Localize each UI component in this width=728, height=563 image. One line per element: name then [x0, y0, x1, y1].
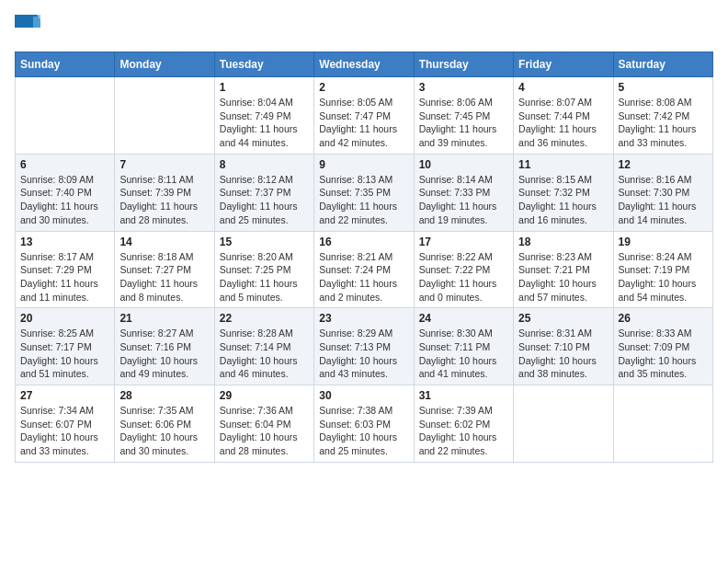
- calendar-cell: 24Sunrise: 8:30 AMSunset: 7:11 PMDayligh…: [414, 308, 513, 385]
- weekday-header-friday: Friday: [514, 52, 613, 77]
- day-number: 23: [319, 312, 408, 325]
- day-number: 15: [220, 236, 309, 248]
- day-info: Sunrise: 8:15 AMSunset: 7:32 PMDaylight:…: [518, 173, 608, 227]
- day-info: Sunrise: 8:31 AMSunset: 7:10 PMDaylight:…: [518, 327, 608, 381]
- day-number: 30: [319, 389, 408, 402]
- calendar-cell: 13Sunrise: 8:17 AMSunset: 7:29 PMDayligh…: [16, 231, 115, 308]
- day-info: Sunrise: 8:20 AMSunset: 7:25 PMDaylight:…: [220, 250, 309, 304]
- day-number: 7: [119, 158, 209, 171]
- calendar-cell: 25Sunrise: 8:31 AMSunset: 7:10 PMDayligh…: [514, 308, 613, 385]
- day-info: Sunrise: 8:07 AMSunset: 7:44 PMDaylight:…: [518, 96, 608, 150]
- logo: [15, 15, 42, 40]
- weekday-header-monday: Monday: [115, 52, 214, 77]
- calendar-cell: 3Sunrise: 8:06 AMSunset: 7:45 PMDaylight…: [414, 77, 513, 155]
- calendar-cell: 27Sunrise: 7:34 AMSunset: 6:07 PMDayligh…: [16, 385, 115, 463]
- day-info: Sunrise: 7:36 AMSunset: 6:04 PMDaylight:…: [220, 404, 309, 458]
- day-info: Sunrise: 8:16 AMSunset: 7:30 PMDaylight:…: [619, 173, 708, 227]
- calendar-cell: 11Sunrise: 8:15 AMSunset: 7:32 PMDayligh…: [514, 154, 613, 231]
- day-info: Sunrise: 8:23 AMSunset: 7:21 PMDaylight:…: [518, 250, 608, 304]
- calendar-cell: 31Sunrise: 7:39 AMSunset: 6:02 PMDayligh…: [414, 385, 513, 463]
- calendar-cell: 1Sunrise: 8:04 AMSunset: 7:49 PMDaylight…: [214, 77, 313, 155]
- day-number: 26: [619, 312, 708, 325]
- calendar-cell: 29Sunrise: 7:36 AMSunset: 6:04 PMDayligh…: [214, 385, 313, 463]
- calendar-cell: 5Sunrise: 8:08 AMSunset: 7:42 PMDaylight…: [613, 77, 712, 155]
- day-info: Sunrise: 8:17 AMSunset: 7:29 PMDaylight:…: [20, 250, 109, 304]
- calendar-cell: 8Sunrise: 8:12 AMSunset: 7:37 PMDaylight…: [214, 154, 313, 231]
- calendar-cell: [115, 77, 214, 155]
- calendar-cell: 20Sunrise: 8:25 AMSunset: 7:17 PMDayligh…: [16, 308, 115, 385]
- calendar-cell: 30Sunrise: 7:38 AMSunset: 6:03 PMDayligh…: [314, 385, 414, 463]
- day-info: Sunrise: 8:08 AMSunset: 7:42 PMDaylight:…: [619, 96, 708, 150]
- day-number: 5: [619, 81, 708, 94]
- weekday-header-tuesday: Tuesday: [214, 52, 313, 77]
- calendar-cell: 21Sunrise: 8:27 AMSunset: 7:16 PMDayligh…: [115, 308, 214, 385]
- day-info: Sunrise: 8:27 AMSunset: 7:16 PMDaylight:…: [119, 327, 209, 381]
- calendar-cell: 2Sunrise: 8:05 AMSunset: 7:47 PMDaylight…: [314, 77, 414, 155]
- day-info: Sunrise: 8:11 AMSunset: 7:39 PMDaylight:…: [119, 173, 209, 227]
- day-number: 17: [419, 236, 508, 248]
- weekday-header-row: SundayMondayTuesdayWednesdayThursdayFrid…: [16, 52, 713, 77]
- day-number: 28: [119, 389, 209, 402]
- day-number: 25: [518, 312, 608, 325]
- day-info: Sunrise: 8:24 AMSunset: 7:19 PMDaylight:…: [619, 250, 708, 304]
- day-info: Sunrise: 7:34 AMSunset: 6:07 PMDaylight:…: [20, 404, 109, 458]
- calendar-cell: 18Sunrise: 8:23 AMSunset: 7:21 PMDayligh…: [514, 231, 613, 308]
- day-number: 31: [419, 389, 508, 402]
- svg-rect-1: [15, 28, 40, 40]
- calendar-cell: [16, 77, 115, 155]
- logo-icon: [15, 15, 40, 40]
- calendar-cell: 14Sunrise: 8:18 AMSunset: 7:27 PMDayligh…: [115, 231, 214, 308]
- calendar-cell: 12Sunrise: 8:16 AMSunset: 7:30 PMDayligh…: [613, 154, 712, 231]
- day-info: Sunrise: 8:04 AMSunset: 7:49 PMDaylight:…: [220, 96, 309, 150]
- day-info: Sunrise: 8:30 AMSunset: 7:11 PMDaylight:…: [419, 327, 508, 381]
- week-row-1: 1Sunrise: 8:04 AMSunset: 7:49 PMDaylight…: [16, 77, 713, 155]
- day-number: 8: [220, 158, 309, 171]
- day-number: 20: [20, 312, 109, 325]
- weekday-header-saturday: Saturday: [613, 52, 712, 77]
- calendar-cell: 22Sunrise: 8:28 AMSunset: 7:14 PMDayligh…: [214, 308, 313, 385]
- page-header: [15, 15, 713, 40]
- day-number: 18: [518, 236, 608, 248]
- day-number: 19: [619, 236, 708, 248]
- day-number: 12: [619, 158, 708, 171]
- day-number: 11: [518, 158, 608, 171]
- day-number: 3: [419, 81, 508, 94]
- week-row-5: 27Sunrise: 7:34 AMSunset: 6:07 PMDayligh…: [16, 385, 713, 463]
- day-number: 22: [220, 312, 309, 325]
- day-info: Sunrise: 7:38 AMSunset: 6:03 PMDaylight:…: [319, 404, 408, 458]
- day-number: 21: [119, 312, 209, 325]
- calendar-cell: 15Sunrise: 8:20 AMSunset: 7:25 PMDayligh…: [214, 231, 313, 308]
- day-info: Sunrise: 8:28 AMSunset: 7:14 PMDaylight:…: [220, 327, 309, 381]
- calendar-cell: 28Sunrise: 7:35 AMSunset: 6:06 PMDayligh…: [115, 385, 214, 463]
- day-info: Sunrise: 8:06 AMSunset: 7:45 PMDaylight:…: [419, 96, 508, 150]
- day-info: Sunrise: 8:14 AMSunset: 7:33 PMDaylight:…: [419, 173, 508, 227]
- day-info: Sunrise: 7:39 AMSunset: 6:02 PMDaylight:…: [419, 404, 508, 458]
- calendar-cell: [514, 385, 613, 463]
- day-info: Sunrise: 8:05 AMSunset: 7:47 PMDaylight:…: [319, 96, 408, 150]
- day-info: Sunrise: 8:25 AMSunset: 7:17 PMDaylight:…: [20, 327, 109, 381]
- calendar-cell: 26Sunrise: 8:33 AMSunset: 7:09 PMDayligh…: [613, 308, 712, 385]
- day-number: 16: [319, 236, 408, 248]
- day-number: 27: [20, 389, 109, 402]
- day-number: 6: [20, 158, 109, 171]
- day-info: Sunrise: 8:21 AMSunset: 7:24 PMDaylight:…: [319, 250, 408, 304]
- calendar-table: SundayMondayTuesdayWednesdayThursdayFrid…: [15, 52, 713, 463]
- calendar-cell: 10Sunrise: 8:14 AMSunset: 7:33 PMDayligh…: [414, 154, 513, 231]
- weekday-header-thursday: Thursday: [414, 52, 513, 77]
- day-number: 13: [20, 236, 109, 248]
- weekday-header-wednesday: Wednesday: [314, 52, 414, 77]
- day-info: Sunrise: 8:22 AMSunset: 7:22 PMDaylight:…: [419, 250, 508, 304]
- day-info: Sunrise: 7:35 AMSunset: 6:06 PMDaylight:…: [119, 404, 209, 458]
- calendar-cell: 4Sunrise: 8:07 AMSunset: 7:44 PMDaylight…: [514, 77, 613, 155]
- calendar-cell: [613, 385, 712, 463]
- day-info: Sunrise: 8:12 AMSunset: 7:37 PMDaylight:…: [220, 173, 309, 227]
- calendar-cell: 6Sunrise: 8:09 AMSunset: 7:40 PMDaylight…: [16, 154, 115, 231]
- day-number: 29: [220, 389, 309, 402]
- day-number: 4: [518, 81, 608, 94]
- day-number: 10: [419, 158, 508, 171]
- day-number: 9: [319, 158, 408, 171]
- day-number: 24: [419, 312, 508, 325]
- week-row-2: 6Sunrise: 8:09 AMSunset: 7:40 PMDaylight…: [16, 154, 713, 231]
- calendar-cell: 19Sunrise: 8:24 AMSunset: 7:19 PMDayligh…: [613, 231, 712, 308]
- day-info: Sunrise: 8:18 AMSunset: 7:27 PMDaylight:…: [119, 250, 209, 304]
